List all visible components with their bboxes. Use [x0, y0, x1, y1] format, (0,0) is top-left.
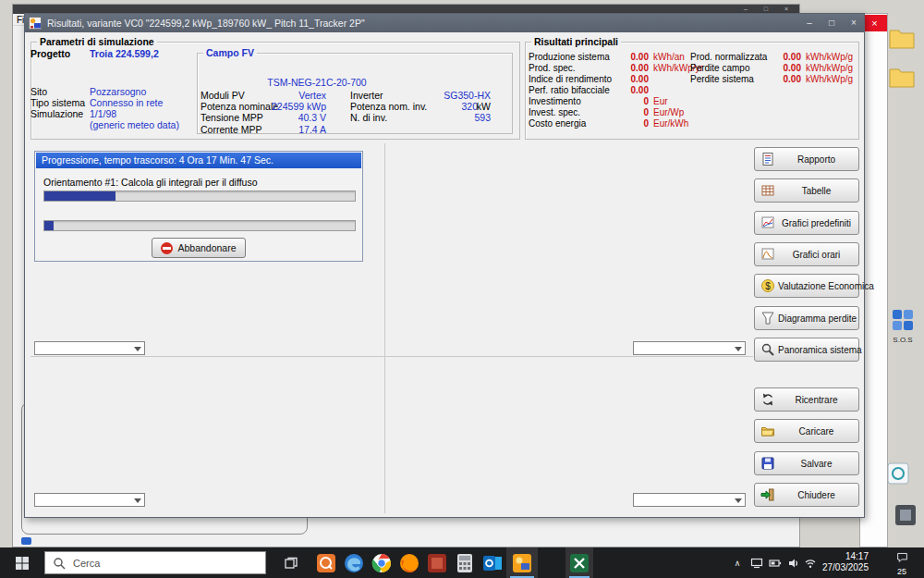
hourly-graphs-button[interactable]: Grafici orari: [754, 242, 859, 266]
progress-status: Orientamento #1: Calcola gli integrali p…: [43, 177, 258, 188]
result-row: Prod. spec.0.00kWh/kWp/yr: [529, 63, 703, 73]
minimize-button[interactable]: –: [799, 16, 820, 31]
close-dialog-button[interactable]: Chiudere: [754, 483, 859, 507]
desktop-folder-icon[interactable]: [889, 67, 915, 92]
loss-diagram-icon: [760, 311, 775, 326]
screen: S.O.S × – □ × Fi Risultati, variante VC0…: [0, 0, 924, 578]
meteo-note: (generic meteo data): [90, 119, 179, 130]
result-label: Perf. ratio bifacciale: [529, 85, 623, 95]
chart-select-bottom-left[interactable]: [34, 493, 145, 507]
magnifier-icon: [760, 342, 775, 357]
maximize-button[interactable]: □: [821, 16, 842, 31]
system-overview-button-label: Panoramica sistema: [778, 345, 862, 355]
result-value: 0.00: [775, 52, 801, 62]
inverter-label: Inverter: [350, 90, 383, 101]
main-results-title: Risultati principali: [531, 36, 621, 47]
desktop-icon-label: S.O.S: [887, 336, 918, 344]
taskbar: Cerca ∧: [0, 547, 924, 578]
result-label: Prod. spec.: [529, 63, 623, 73]
progress-bar-1: [43, 191, 356, 202]
economic-evaluation-button[interactable]: $ Valutazione Economica: [754, 274, 859, 298]
potenza-inv-value: 320: [461, 101, 478, 112]
result-value: 0.00: [623, 63, 649, 73]
edge-browser-icon: [344, 553, 364, 573]
taskbar-app-pvsyst[interactable]: [506, 547, 538, 578]
taskbar-app-outlook[interactable]: [479, 547, 506, 578]
dark-app-icon: [894, 504, 917, 526]
system-overview-button[interactable]: Panoramica sistema: [754, 338, 859, 362]
close-button[interactable]: ×: [844, 16, 864, 31]
desktop-app-icon[interactable]: [887, 462, 909, 488]
loss-diagram-button[interactable]: Diagramma perdite: [754, 306, 859, 330]
module-model: TSM-NEG-21C-20-700: [197, 77, 437, 88]
moduli-pv-label: Moduli PV: [201, 90, 245, 101]
progetto-value: Troia 224.599,2: [90, 48, 159, 59]
search-placeholder: Cerca: [73, 558, 100, 569]
sito-value: Pozzarsogno: [90, 86, 146, 97]
corrente-mpp-value: 17.4 A: [298, 124, 326, 135]
tray-battery-icon[interactable]: [767, 547, 784, 578]
potenza-nominale-label: Potenza nominale: [201, 101, 278, 112]
report-button[interactable]: Rapporto: [754, 147, 859, 171]
tray-volume-icon[interactable]: [785, 547, 802, 578]
desktop-app-icon[interactable]: [894, 504, 917, 530]
result-unit: kWh/an: [653, 52, 685, 62]
close-dialog-button-label: Chiudere: [778, 490, 855, 500]
chrome-icon: [371, 553, 392, 573]
simulazione-value: 1/1/98: [90, 108, 116, 119]
start-button[interactable]: [0, 547, 44, 578]
tables-button[interactable]: Tabelle: [754, 178, 859, 203]
blue-grid-icon: [892, 309, 914, 331]
chart-select-top-left[interactable]: [34, 341, 145, 355]
chart-select-bottom-right[interactable]: [633, 493, 746, 507]
abort-button[interactable]: Abbandonare: [152, 238, 246, 258]
result-unit: Eur: [653, 96, 668, 106]
simulation-params-title: Parametri di simulazione: [37, 36, 157, 47]
result-row: Perdite sistema0.00kWh/kWp/g: [690, 74, 853, 84]
result-label: Costo energia: [529, 118, 623, 129]
taskbar-app-chrome[interactable]: [368, 547, 395, 578]
table-icon: [760, 183, 775, 198]
economic-icon: $: [760, 278, 775, 293]
background-close-button[interactable]: ×: [862, 15, 887, 31]
result-value: 0: [623, 118, 649, 129]
predefined-graphs-button[interactable]: Grafici predefiniti: [754, 211, 859, 235]
tray-monitor-icon[interactable]: [748, 547, 765, 578]
sito-label: Sito: [30, 86, 47, 97]
recenter-button[interactable]: Ricentrare: [754, 387, 859, 412]
n-inverter-value: 593: [474, 112, 491, 123]
load-button-label: Caricare: [778, 426, 855, 437]
taskbar-app-red[interactable]: [423, 547, 451, 578]
background-small-icon: [21, 537, 31, 545]
result-unit: Eur/kWh: [653, 118, 688, 129]
taskbar-app-calculator[interactable]: [451, 547, 479, 578]
result-row: Costo energia0Eur/kWh: [529, 118, 688, 129]
taskbar-app-excel[interactable]: [565, 547, 593, 578]
exit-icon: [760, 487, 775, 502]
orange-q-app-icon: [316, 553, 336, 573]
taskbar-clock[interactable]: 14:17 27/03/2025: [818, 551, 869, 573]
desktop-app-icon-sos[interactable]: S.O.S: [887, 309, 918, 344]
tray-network-icon[interactable]: [802, 547, 819, 578]
task-view-button[interactable]: [277, 547, 305, 578]
tensione-mpp-label: Tensione MPP: [201, 112, 263, 123]
chart-select-top-right[interactable]: [633, 341, 746, 355]
tray-chevron-up[interactable]: ∧: [730, 547, 745, 578]
load-button[interactable]: Caricare: [754, 419, 859, 443]
tensione-mpp-value: 40.3 V: [298, 112, 326, 123]
taskbar-app-firefox[interactable]: [395, 547, 423, 578]
dialog-title: Risultati, variante VC0 "224599,2 kWp_18…: [47, 14, 365, 32]
result-row: Invest. spec.0Eur/Wp: [529, 107, 684, 117]
folder-icon: [889, 28, 915, 49]
report-icon: [760, 152, 775, 166]
notification-center-button[interactable]: 25: [887, 550, 917, 576]
save-button[interactable]: Salvare: [754, 451, 859, 475]
dialog-titlebar[interactable]: Risultati, variante VC0 "224599,2 kWp_18…: [25, 14, 864, 32]
taskbar-search[interactable]: Cerca: [44, 551, 266, 574]
result-label: Perdite sistema: [690, 74, 775, 84]
taskbar-app-q[interactable]: [312, 547, 340, 578]
inverter-value: SG350-HX: [444, 90, 491, 101]
desktop-folder-icon[interactable]: [889, 28, 915, 53]
taskbar-app-edge[interactable]: [340, 547, 368, 578]
result-unit: kWh/kWp/g: [806, 63, 853, 73]
